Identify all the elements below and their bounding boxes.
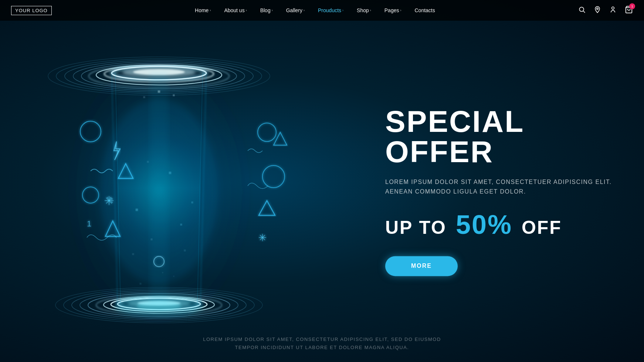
svg-point-70 <box>140 283 141 284</box>
svg-line-1 <box>583 11 585 13</box>
user-icon[interactable] <box>609 6 617 15</box>
svg-point-52 <box>258 123 276 141</box>
nav-label-blog: Blog <box>260 7 271 13</box>
svg-text:1: 1 <box>87 219 91 228</box>
nav-label-shop: Shop <box>357 7 369 13</box>
hero-section: 1 <box>0 0 644 362</box>
nav-item-contacts[interactable]: Contacts <box>408 7 441 13</box>
cart-badge: 1 <box>629 3 635 9</box>
svg-point-54 <box>262 165 285 188</box>
logo[interactable]: YOUR LOGO <box>11 6 52 15</box>
nav-label-gallery: Gallery <box>286 7 302 13</box>
footer-line2: TEMPOR INCIDIDUNT UT LABORE ET DOLORE MA… <box>203 344 441 352</box>
footer-line1: LOREM IPSUM DOLOR SIT AMET, CONSECTETUR … <box>203 335 441 344</box>
hero-description-line1: LOREM IPSUM DOLOR SIT AMET, CONSECTETUER… <box>385 177 614 187</box>
nav-item-about[interactable]: About us› <box>217 7 253 13</box>
nav-label-about: About us <box>224 7 244 13</box>
portal-svg: 1 <box>18 33 299 350</box>
nav-item-pages[interactable]: Pages› <box>378 7 408 13</box>
hero-description: LOREM IPSUM DOLOR SIT AMET, CONSECTETUER… <box>385 177 614 196</box>
discount-value: 50% <box>456 210 512 240</box>
portal-scene: 1 <box>18 33 299 350</box>
chevron-icon: › <box>400 8 401 12</box>
discount-line: UP TO 50% OFF <box>385 210 614 240</box>
nav-item-shop[interactable]: Shop› <box>350 7 378 13</box>
svg-point-66 <box>191 202 193 204</box>
more-button[interactable]: MORE <box>385 256 458 276</box>
nav-label-home: Home <box>195 7 209 13</box>
nav-item-blog[interactable]: Blog› <box>254 7 279 13</box>
discount-suffix: OFF <box>522 217 562 239</box>
nav-item-home[interactable]: Home› <box>188 7 217 13</box>
nav-label-contacts: Contacts <box>414 7 435 13</box>
hero-content: SPECIAL OFFER LOREM IPSUM DOLOR SIT AMET… <box>385 86 614 276</box>
chevron-icon: › <box>272 8 273 12</box>
svg-point-67 <box>132 253 134 255</box>
svg-point-2 <box>597 8 598 9</box>
svg-point-68 <box>184 250 186 251</box>
portal-container: 1 <box>0 21 318 362</box>
nav-icon-group: 1 <box>578 6 633 16</box>
footer-text: LOREM IPSUM DOLOR SIT AMET, CONSECTETUR … <box>203 335 441 352</box>
nav-links: Home› About us› Blog› Gallery› Prouducts… <box>188 7 442 13</box>
svg-point-63 <box>151 239 152 240</box>
discount-prefix: UP TO <box>385 217 447 239</box>
svg-marker-55 <box>259 201 275 215</box>
svg-marker-53 <box>274 132 287 145</box>
svg-point-72 <box>158 90 160 93</box>
hero-description-line2: AENEAN COMMODO LIGULA EGET DOLOR. <box>385 187 614 197</box>
svg-point-61 <box>136 209 138 211</box>
svg-point-73 <box>143 96 145 98</box>
nav-label-pages: Pages <box>384 7 399 13</box>
nav-item-products[interactable]: Prouducts› <box>311 7 350 13</box>
svg-point-38 <box>137 301 181 311</box>
svg-point-3 <box>612 7 614 9</box>
svg-point-62 <box>180 224 182 226</box>
svg-point-0 <box>579 7 584 11</box>
svg-point-65 <box>147 161 149 163</box>
svg-point-69 <box>162 272 163 273</box>
svg-point-71 <box>173 276 174 277</box>
location-icon[interactable] <box>594 6 601 15</box>
chevron-icon: › <box>342 8 343 12</box>
cart-icon[interactable]: 1 <box>625 6 633 16</box>
svg-rect-36 <box>150 72 168 304</box>
navbar: YOUR LOGO Home› About us› Blog› Gallery›… <box>0 0 644 21</box>
svg-point-64 <box>169 172 171 174</box>
chevron-icon: › <box>210 8 211 12</box>
svg-point-74 <box>173 95 175 96</box>
nav-label-products: Prouducts <box>318 7 341 13</box>
hero-title: SPECIAL OFFER <box>385 106 614 167</box>
chevron-icon: › <box>246 8 247 12</box>
search-icon[interactable] <box>578 6 586 15</box>
chevron-icon: › <box>304 8 305 12</box>
chevron-icon: › <box>370 8 371 12</box>
nav-item-gallery[interactable]: Gallery› <box>279 7 311 13</box>
